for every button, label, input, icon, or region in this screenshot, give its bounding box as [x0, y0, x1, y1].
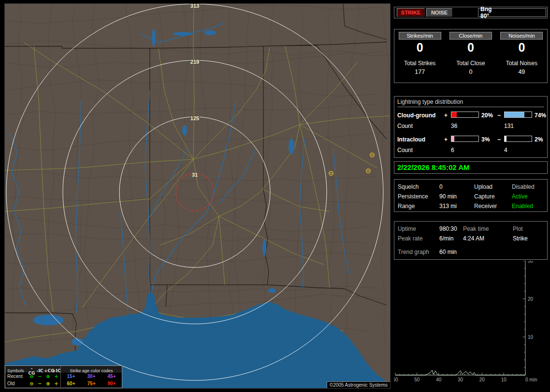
plot-label: Plot	[513, 225, 547, 232]
y-tick-10: 10	[528, 335, 534, 340]
cg-positive-count: 36	[451, 123, 480, 129]
legend-col-neg-ic: -IC	[36, 368, 44, 373]
legend-col-pos-cg: +CG	[44, 368, 52, 373]
distribution-title: Lightning type distribution	[397, 98, 544, 107]
squelch-label: Squelch	[398, 183, 439, 190]
cloud-ground-label: Cloud-ground	[397, 112, 444, 119]
distribution-panel: Lightning type distribution Cloud-ground…	[394, 96, 548, 158]
plus-sign: +	[444, 112, 451, 119]
minus-sign: −	[497, 136, 504, 143]
total-noises-label: Total Noises	[496, 60, 547, 67]
age-45: 45+	[108, 374, 116, 379]
intracloud-row: Intracloud + 3% − 2%	[397, 135, 544, 144]
bearing-value: Bng 80°	[480, 6, 492, 19]
noises-per-min-value: 0	[496, 41, 547, 54]
legend-old-row: Old ⊖ − ⊕ + 60+ 75+ 90+	[5, 380, 122, 387]
ring-label-125: 125	[190, 115, 199, 121]
close-column: Close/min 0 Total Close 0	[445, 32, 496, 75]
age-90: 90+	[108, 381, 116, 386]
x-tick-60: 60	[394, 377, 398, 382]
persistence-value: 90 min	[439, 193, 474, 200]
cg-negative-pct: 74%	[533, 112, 546, 119]
strikes-per-min-chip[interactable]: Strikes/min	[399, 32, 441, 40]
strikes-column: Strikes/min 0 Total Strikes 177	[394, 32, 445, 75]
trend-row: Trend graph 60 min	[398, 247, 547, 257]
peak-time-value: 4:24 AM	[463, 235, 513, 242]
ic-negative-count: 4	[504, 147, 533, 154]
status-row: Peak rate 6/min 4:24 AM Strike	[398, 234, 547, 243]
ring-label-313: 313	[190, 4, 199, 9]
plus-sign: +	[444, 136, 451, 143]
bearing-display: Bng 80° 220mi	[478, 8, 546, 17]
upload-label: Upload	[474, 183, 512, 190]
settings-row: Persistence 90 min Capture Active	[398, 192, 547, 201]
settings-row: Range 313 mi Receiver Enabled	[398, 201, 547, 211]
lightning-map[interactable]: 313 219 125 31 Symbols -CG -IC +CG +IC S…	[5, 4, 390, 388]
neg-ic-recent-icon: −	[36, 374, 44, 379]
plot-mode-value: Strike	[513, 235, 547, 242]
squelch-value: 0	[439, 183, 474, 190]
trend-window-value: 60 min	[439, 249, 547, 255]
total-close-label: Total Close	[445, 60, 496, 67]
x-tick-20: 20	[479, 377, 485, 382]
neg-cg-recent-icon: ⊖	[28, 374, 36, 379]
ic-negative-bar	[504, 136, 532, 142]
map-canvas: 313 219 125 31	[5, 4, 390, 388]
receiver-status: Enabled	[512, 203, 547, 210]
legend-recent-row: Recent ⊖ − ⊕ + 15+ 30+ 45+	[5, 373, 122, 380]
age-75: 75+	[87, 381, 96, 386]
strike-button[interactable]: STRIKE	[397, 8, 425, 17]
uptime-value: 980:30	[439, 225, 463, 232]
capture-label: Capture	[474, 193, 512, 200]
peak-time-label: Peak time	[463, 225, 513, 232]
persistence-label: Persistence	[398, 193, 439, 200]
cg-negative-count: 131	[504, 123, 533, 129]
pos-cg-recent-icon: ⊕	[44, 374, 52, 379]
range-value: 313 mi	[439, 203, 474, 210]
ic-positive-bar	[451, 136, 479, 142]
noises-column: Noises/min 0 Total Noises 49	[496, 32, 547, 75]
close-per-min-chip[interactable]: Close/min	[449, 32, 492, 40]
cloud-ground-row: Cloud-ground + 20% − 74%	[397, 111, 544, 120]
ic-positive-pct: 3%	[480, 136, 497, 143]
cloud-ground-count-row: Count 36 131	[397, 122, 544, 130]
age-60: 60+	[67, 381, 75, 386]
intracloud-count-row: Count 6 4	[397, 146, 544, 154]
ring-label-219: 219	[190, 59, 199, 65]
upload-status: Disabled	[512, 183, 547, 190]
noises-per-min-chip[interactable]: Noises/min	[500, 32, 543, 40]
noise-button[interactable]: NOISE	[426, 8, 452, 17]
total-noises-value: 49	[496, 69, 547, 75]
x-tick-40: 40	[436, 377, 442, 382]
peak-rate-value: 6/min	[439, 235, 463, 242]
y-tick-30: 30	[528, 261, 534, 264]
legend-recent-label: Recent	[5, 374, 28, 379]
close-per-min-value: 0	[445, 41, 496, 54]
pos-cg-old-icon: ⊕	[44, 381, 52, 386]
ic-positive-count: 6	[451, 147, 480, 154]
minus-sign: −	[497, 112, 504, 119]
cg-positive-bar	[451, 112, 479, 118]
rates-panel: Strikes/min 0 Total Strikes 177 Close/mi…	[394, 29, 548, 83]
receiver-label: Receiver	[474, 203, 512, 210]
trend-axis-ticks	[395, 261, 525, 375]
x-tick-50: 50	[414, 377, 420, 382]
clock-panel: 2/22/2026 8:45:02 AM	[394, 161, 548, 174]
age-30: 30+	[87, 374, 96, 379]
x-tick-30: 30	[458, 377, 463, 382]
uptime-label: Uptime	[398, 225, 439, 232]
cg-positive-pct: 20%	[480, 112, 497, 119]
app-window: 313 219 125 31 Symbols -CG -IC +CG +IC S…	[0, 0, 550, 392]
peak-rate-label: Peak rate	[398, 235, 439, 242]
cg-negative-bar	[504, 112, 532, 118]
range-label: Range	[398, 203, 439, 210]
legend-col-pos-ic: +IC	[52, 368, 60, 373]
count-label: Count	[397, 123, 444, 129]
count-label: Count	[397, 147, 444, 154]
total-strikes-label: Total Strikes	[394, 60, 445, 67]
status-panel: Uptime 980:30 Peak time Plot Peak rate 6…	[394, 221, 548, 260]
map-legend: Symbols -CG -IC +CG +IC Strike age color…	[5, 365, 122, 388]
pos-ic-old-icon: +	[52, 381, 60, 386]
status-row: Uptime 980:30 Peak time Plot	[398, 224, 547, 234]
ic-negative-pct: 2%	[533, 136, 544, 143]
